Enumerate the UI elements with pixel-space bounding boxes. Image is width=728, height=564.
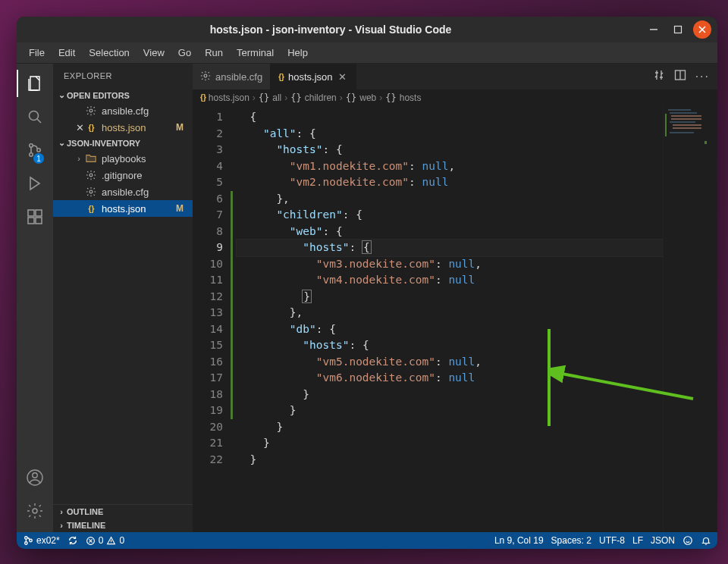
line-number[interactable]: 14 [193, 321, 223, 338]
line-number[interactable]: 12 [193, 289, 223, 306]
code-line[interactable]: "hosts": { [237, 142, 663, 158]
line-number[interactable]: 11 [193, 272, 223, 289]
editor[interactable]: 12345678910111213141516171819202122 { "a… [193, 106, 717, 532]
menu-run[interactable]: Run [199, 45, 229, 61]
menu-help[interactable]: Help [281, 45, 314, 61]
line-number[interactable]: 17 [193, 370, 223, 387]
status-sync[interactable] [67, 535, 78, 546]
code-line[interactable]: "vm2.nodekite.com": null [237, 174, 663, 191]
line-number[interactable]: 21 [193, 435, 223, 452]
status-bell-icon[interactable] [701, 535, 711, 546]
breadcrumb-item[interactable]: {}web [346, 92, 376, 103]
folder-header[interactable]: ⌄ JSON-INVENTORY [53, 136, 193, 150]
line-number[interactable]: 2 [193, 126, 223, 143]
code-line[interactable]: "web": { [237, 224, 663, 240]
status-feedback-icon[interactable] [682, 535, 693, 546]
minimap[interactable] [663, 106, 708, 532]
line-number[interactable]: 20 [193, 419, 223, 436]
line-number[interactable]: 15 [193, 337, 223, 354]
code-line[interactable]: "vm4.nodekite.com": null [237, 272, 663, 289]
line-number[interactable]: 22 [193, 452, 223, 468]
tree-file[interactable]: .gitignore [53, 167, 193, 183]
line-number[interactable]: 1 [193, 109, 223, 126]
code-line[interactable]: "vm3.nodekite.com": null, [237, 256, 663, 273]
activity-run[interactable] [17, 167, 53, 200]
close-button[interactable] [693, 20, 711, 39]
open-editors-header[interactable]: ⌄ OPEN EDITORS [53, 88, 193, 102]
activity-extensions[interactable] [17, 200, 53, 233]
timeline-header[interactable]: › TIMELINE [53, 519, 193, 532]
menu-terminal[interactable]: Terminal [231, 45, 280, 61]
minimize-button[interactable] [645, 20, 663, 39]
breadcrumb-item[interactable]: {}children [290, 92, 336, 103]
status-lang[interactable]: JSON [651, 535, 675, 546]
line-number[interactable]: 13 [193, 305, 223, 321]
tree-file[interactable]: ansible.cfg [53, 183, 193, 200]
code-line[interactable]: } [237, 435, 663, 452]
line-gutter[interactable]: 12345678910111213141516171819202122 [193, 106, 231, 532]
code-line[interactable]: } [237, 387, 663, 403]
maximize-button[interactable] [669, 20, 687, 39]
line-number[interactable]: 18 [193, 387, 223, 403]
menu-selection[interactable]: Selection [83, 45, 135, 61]
code-line[interactable]: { [237, 109, 663, 126]
open-editor-item[interactable]: ✕{ }hosts.jsonM [53, 119, 193, 136]
menu-view[interactable]: View [137, 45, 171, 61]
line-number[interactable]: 4 [193, 158, 223, 175]
breadcrumbs[interactable]: { }hosts.json›{}all›{}children›{}web›{}h… [193, 89, 717, 106]
activity-scm[interactable]: 1 [17, 133, 53, 167]
code-line[interactable]: } [237, 403, 663, 419]
line-number[interactable]: 3 [193, 142, 223, 158]
code-line[interactable]: "hosts": { [237, 337, 663, 354]
split-editor-icon[interactable] [674, 69, 686, 84]
line-number[interactable]: 8 [193, 224, 223, 240]
compare-changes-icon[interactable] [653, 69, 665, 84]
status-problems[interactable]: 0 0 [86, 535, 124, 546]
line-number[interactable]: 6 [193, 191, 223, 208]
line-number[interactable]: 10 [193, 256, 223, 273]
line-number[interactable]: 16 [193, 354, 223, 371]
line-number[interactable]: 5 [193, 174, 223, 191]
menu-file[interactable]: File [23, 45, 51, 61]
code-line[interactable]: "vm6.nodekite.com": null [237, 370, 663, 387]
code-line[interactable]: }, [237, 305, 663, 321]
vertical-scrollbar[interactable] [708, 106, 717, 532]
activity-account[interactable] [17, 461, 53, 494]
code-line[interactable]: "vm1.nodekite.com": null, [237, 158, 663, 175]
open-editor-item[interactable]: ansible.cfg [53, 102, 193, 119]
breadcrumb-item[interactable]: {}hosts [385, 92, 421, 103]
more-actions-icon[interactable]: ··· [695, 70, 710, 83]
activity-search[interactable] [17, 100, 53, 133]
code-line[interactable]: "hosts": { [237, 240, 663, 256]
close-icon[interactable]: ✕ [74, 122, 85, 133]
menu-edit[interactable]: Edit [52, 45, 81, 61]
code-line[interactable]: "all": { [237, 126, 663, 143]
status-lncol[interactable]: Ln 9, Col 19 [494, 535, 544, 546]
breadcrumb-item[interactable]: {}all [259, 92, 281, 103]
close-icon[interactable]: ✕ [337, 71, 348, 82]
status-spaces[interactable]: Spaces: 2 [551, 535, 592, 546]
tree-folder[interactable]: ›playbooks [53, 150, 193, 167]
breadcrumb-item[interactable]: { }hosts.json [200, 92, 249, 103]
line-number[interactable]: 7 [193, 207, 223, 224]
outline-header[interactable]: › OUTLINE [53, 505, 193, 519]
code-line[interactable]: "children": { [237, 207, 663, 224]
line-number[interactable]: 19 [193, 403, 223, 419]
code-line[interactable]: }, [237, 191, 663, 208]
code-line[interactable]: "db": { [237, 321, 663, 338]
status-encoding[interactable]: UTF-8 [599, 535, 625, 546]
code-line[interactable]: } [237, 419, 663, 436]
line-number[interactable]: 9 [193, 240, 223, 256]
menu-go[interactable]: Go [172, 45, 197, 61]
code-line[interactable]: } [237, 452, 663, 468]
code-line[interactable]: } [237, 289, 663, 306]
code-area[interactable]: { "all": { "hosts": { "vm1.nodekite.com"… [231, 106, 663, 532]
activity-explorer[interactable] [17, 67, 53, 100]
code-line[interactable]: "vm5.nodekite.com": null, [237, 354, 663, 371]
status-remote[interactable]: ex02* [23, 535, 60, 546]
tab-hosts-json[interactable]: { }hosts.json✕ [271, 64, 356, 89]
activity-settings[interactable] [17, 494, 53, 528]
tab-ansible-cfg[interactable]: ansible.cfg [193, 64, 271, 89]
status-eol[interactable]: LF [632, 535, 643, 546]
tree-file[interactable]: { }hosts.jsonM [53, 200, 193, 217]
